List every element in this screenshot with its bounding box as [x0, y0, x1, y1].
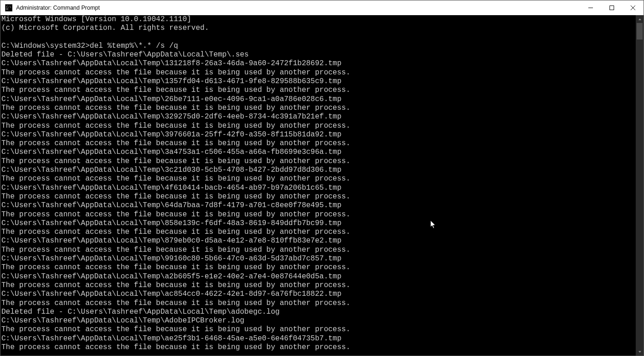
minimize-button[interactable] — [580, 0, 601, 15]
vertical-scrollbar[interactable] — [636, 15, 644, 356]
svg-marker-8 — [638, 18, 641, 20]
maximize-button[interactable] — [601, 0, 622, 15]
command-prompt-window: C:\ Administrator: Command Prompt Micros… — [0, 0, 644, 356]
svg-text:C:\: C:\ — [6, 5, 12, 8]
terminal-output[interactable]: Microsoft Windows [Version 10.0.19042.11… — [0, 15, 636, 356]
window-title: Administrator: Command Prompt — [16, 5, 100, 11]
window-controls — [580, 0, 644, 15]
client-area: Microsoft Windows [Version 10.0.19042.11… — [0, 15, 644, 356]
svg-marker-9 — [638, 351, 641, 353]
close-button[interactable] — [622, 0, 644, 15]
scroll-thumb[interactable] — [637, 23, 643, 40]
cmd-icon: C:\ — [5, 4, 12, 11]
scroll-down-button[interactable] — [636, 348, 644, 356]
svg-rect-3 — [6, 9, 8, 9]
titlebar[interactable]: C:\ Administrator: Command Prompt — [0, 0, 644, 15]
scroll-up-button[interactable] — [636, 15, 644, 23]
svg-rect-5 — [610, 6, 614, 10]
